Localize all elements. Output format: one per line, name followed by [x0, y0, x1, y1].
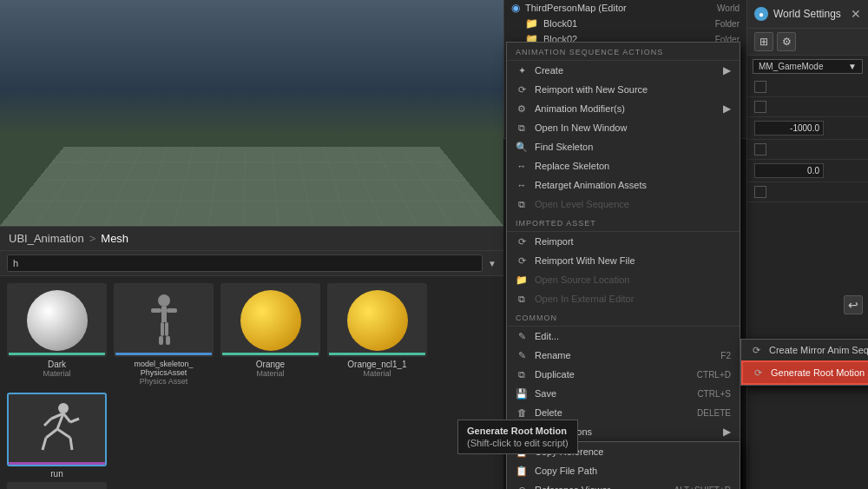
svg-point-0: [158, 294, 170, 307]
svg-line-15: [44, 419, 51, 426]
asset-type: Material: [363, 369, 391, 378]
mode-dropdown-arrow: ▼: [848, 62, 857, 71]
menu-item-label: Find Skeleton: [535, 142, 593, 152]
menu-item-reimport-new-source[interactable]: ⟳ Reimport with New Source: [507, 80, 740, 99]
menu-item-create[interactable]: ✦ Create ▶: [507, 61, 740, 80]
menu-item-duplicate[interactable]: ⧉ Duplicate CTRL+D: [507, 365, 740, 384]
rename-icon: ✎: [516, 349, 528, 361]
mode-dropdown[interactable]: MM_GameMode ▼: [753, 59, 863, 74]
type-bar: [9, 462, 105, 465]
menu-item-reference-viewer[interactable]: ⊙ Reference Viewer ALT+SHIFT+R: [507, 480, 740, 489]
sphere-icon: [27, 290, 88, 351]
menu-item-animation-modifiers[interactable]: ⚙ Animation Modifier(s) ▶: [507, 99, 740, 118]
world-settings-close-button[interactable]: ✕: [851, 7, 861, 21]
menu-item-edit[interactable]: ✎ Edit...: [507, 327, 740, 346]
reimport-icon3: ⟳: [516, 254, 528, 267]
list-item[interactable]: Orange Material: [220, 283, 320, 386]
svg-line-12: [57, 429, 70, 438]
ws-checkbox3[interactable]: [754, 143, 766, 155]
search-input[interactable]: [7, 254, 483, 272]
menu-item-retarget[interactable]: ↔ Retarget Animation Assets: [507, 175, 740, 195]
grid-icon-button[interactable]: ⊞: [754, 32, 773, 51]
menu-item-shortcut: DELETE: [697, 408, 731, 418]
menu-item-replace-skeleton[interactable]: ↔ Replace Skeleton: [507, 156, 740, 175]
external-icon: ⧉: [516, 293, 528, 305]
folder-icon2: 📁: [516, 274, 528, 286]
world-settings-title: World Settings: [773, 8, 845, 20]
duplicate-icon: ⧉: [516, 368, 528, 380]
svg-rect-5: [165, 322, 168, 336]
world-settings-header: ● World Settings ✕: [747, 0, 868, 29]
svg-rect-4: [161, 322, 164, 336]
settings-icon-button[interactable]: ⚙: [777, 32, 796, 51]
ws-num-input[interactable]: [754, 121, 824, 135]
back-button[interactable]: ↩: [844, 295, 863, 314]
outliner-item[interactable]: ◉ ThirdPersonMap (Editor World: [504, 0, 746, 16]
outliner-item[interactable]: 📁 Block01 Folder: [504, 16, 746, 31]
folder-icon: 📁: [525, 17, 538, 30]
list-item[interactable]: [7, 482, 107, 489]
svg-rect-2: [151, 308, 161, 313]
world-settings-body: [747, 77, 868, 202]
submenu-arrow: ▶: [723, 426, 731, 438]
list-item[interactable]: Dark Material: [7, 283, 107, 386]
delete-icon: 🗑: [516, 406, 528, 419]
svg-line-17: [70, 419, 79, 422]
ws-checkbox2[interactable]: [754, 101, 766, 113]
scripted-asset-actions-submenu: ⟳ Create Mirror Anim Sequence ⟳ Generate…: [740, 339, 868, 386]
list-item[interactable]: run: [7, 393, 107, 479]
ws-checkbox4[interactable]: [754, 186, 766, 198]
menu-item-shortcut: F2: [720, 351, 731, 360]
menu-item-open-external-editor: ⧉ Open In External Editor: [507, 289, 740, 308]
mode-dropdown-value: MM_GameMode: [759, 62, 823, 71]
asset-grid: Dark Material model_skeleton_PhysicsAsse…: [0, 276, 503, 486]
asset-name: Orange_ncl1_1: [327, 360, 427, 369]
type-bar: [222, 353, 319, 355]
ws-field-row: [747, 117, 868, 140]
enable-world-bounds-checkbox[interactable]: [754, 81, 766, 93]
menu-item-reimport[interactable]: ⟳ Reimport: [507, 232, 740, 251]
menu-item-open-source-location: 📁 Open Source Location: [507, 270, 740, 289]
svg-rect-3: [167, 308, 177, 313]
breadcrumb-root[interactable]: UBI_Animation: [9, 232, 84, 245]
breadcrumb-current[interactable]: Mesh: [101, 232, 128, 245]
ws-num-input2[interactable]: [754, 163, 824, 178]
menu-item-label: Delete: [535, 407, 562, 418]
world-settings-toolbar: ⊞ ⚙: [747, 29, 868, 56]
reference-viewer-icon: ⊙: [516, 484, 528, 489]
outliner-item-label: ThirdPersonMap (Editor: [525, 3, 627, 13]
menu-item-label: Reimport: [535, 236, 574, 247]
menu-item-label: Retarget Animation Assets: [535, 180, 647, 190]
svg-line-16: [63, 413, 70, 422]
menu-item-copy-file-path[interactable]: 📋 Copy File Path: [507, 461, 740, 480]
menu-item-save[interactable]: 💾 Save CTRL+S: [507, 384, 740, 403]
reimport-icon: ⟳: [516, 83, 528, 96]
type-bar: [329, 353, 425, 355]
menu-item-find-skeleton[interactable]: 🔍 Find Skeleton: [507, 137, 740, 156]
tooltip: Generate Root Motion (Shift-click to edi…: [457, 420, 578, 454]
submenu-item-generate-root-motion[interactable]: ⟳ Generate Root Motion: [741, 360, 868, 385]
list-item[interactable]: Orange_ncl1_1 Material: [327, 283, 427, 386]
menu-item-reimport-new-file[interactable]: ⟳ Reimport With New File: [507, 251, 740, 270]
menu-item-label: Animation Modifier(s): [535, 103, 625, 114]
modifier-icon: ⚙: [516, 102, 528, 115]
ws-field-row: [747, 160, 868, 182]
svg-rect-6: [159, 336, 163, 345]
edit-icon: ✎: [516, 330, 528, 342]
create-icon: ✦: [516, 64, 528, 76]
menu-item-rename[interactable]: ✎ Rename F2: [507, 346, 740, 365]
breadcrumb: UBI_Animation > Mesh: [0, 227, 503, 251]
list-item[interactable]: model_skeleton_PhysicsAsset Physics Asse…: [114, 283, 214, 386]
search-dropdown-arrow[interactable]: ▼: [488, 259, 496, 268]
submenu-item-create-mirror[interactable]: ⟳ Create Mirror Anim Sequence: [741, 340, 868, 360]
outliner-item-type: World: [717, 3, 740, 13]
type-bar: [9, 353, 105, 355]
outliner-item-label: Block01: [543, 18, 577, 29]
svg-rect-1: [161, 307, 167, 322]
menu-item-open-level-seq: ⧉ Open Level Sequence: [507, 195, 740, 214]
menu-item-label: Duplicate: [535, 369, 575, 380]
reimport-icon2: ⟳: [516, 235, 528, 248]
menu-section-label: IMPORTED ASSET: [507, 215, 740, 232]
menu-item-label: Create: [535, 65, 563, 76]
menu-item-open-new-window[interactable]: ⧉ Open In New Window: [507, 118, 740, 137]
